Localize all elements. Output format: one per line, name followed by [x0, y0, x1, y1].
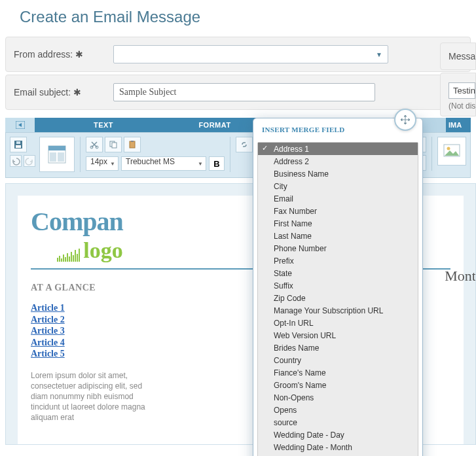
- merge-field-item[interactable]: Business Name: [258, 167, 418, 180]
- font-face-select[interactable]: Trebuchet MS▼: [121, 156, 206, 171]
- merge-field-item[interactable]: Opt-In URL: [258, 317, 418, 329]
- merge-field-item[interactable]: Groom's Name: [258, 379, 418, 391]
- merge-field-item[interactable]: Country: [258, 354, 418, 366]
- svg-rect-13: [131, 141, 134, 142]
- tab-text[interactable]: TEXT: [35, 118, 172, 132]
- merge-field-item[interactable]: Brides Name: [258, 342, 418, 354]
- merge-field-item[interactable]: Fax Number: [258, 205, 418, 217]
- paste-icon[interactable]: [124, 137, 141, 152]
- chevron-down-icon: ▼: [376, 51, 382, 58]
- svg-rect-6: [50, 152, 56, 162]
- from-address-row: From address: ✱ ▼: [5, 37, 471, 72]
- merge-field-item[interactable]: First Name: [258, 217, 418, 230]
- bold-button[interactable]: B: [209, 156, 225, 171]
- page-title: Create an Email Message: [0, 0, 476, 34]
- month-label: Month: [445, 268, 476, 285]
- merge-field-item[interactable]: Phone Number: [258, 242, 418, 254]
- svg-rect-3: [16, 141, 20, 144]
- layout-template-button[interactable]: [39, 137, 75, 172]
- merge-field-list[interactable]: Address 1Address 2Business NameCityEmail…: [258, 143, 418, 456]
- svg-rect-11: [112, 143, 117, 148]
- merge-field-item[interactable]: Prefix: [258, 254, 418, 267]
- merge-field-item[interactable]: Manage Your Subscription URL: [258, 304, 418, 317]
- merge-field-item[interactable]: Wedding Date - Day: [258, 429, 418, 441]
- message-note: (Not dis: [449, 101, 475, 111]
- email-subject-row: Email subject: ✱: [5, 75, 471, 110]
- merge-field-item[interactable]: Wedding Date - Month: [258, 441, 418, 453]
- merge-field-popup: INSERT MERGE FIELD Address 1Address 2Bus…: [253, 118, 423, 456]
- merge-field-item[interactable]: Web Version URL: [258, 329, 418, 342]
- cut-icon[interactable]: [86, 137, 103, 152]
- message-name-input[interactable]: Testing: [449, 82, 475, 99]
- company-logo: Compan logo: [31, 206, 123, 263]
- lorem-text: Lorem ipsum dolor sit amet, consectetuer…: [31, 370, 155, 423]
- tab-image[interactable]: IMA: [446, 118, 471, 132]
- merge-field-item[interactable]: State: [258, 267, 418, 279]
- email-subject-label: Email subject: ✱: [14, 87, 105, 97]
- merge-field-title: INSERT MERGE FIELD: [262, 126, 344, 133]
- svg-point-16: [447, 147, 450, 150]
- collapse-icon[interactable]: [5, 118, 35, 132]
- svg-rect-2: [16, 145, 21, 148]
- from-address-label: From address: ✱: [14, 49, 105, 60]
- merge-field-item[interactable]: Wedding Date - Year: [258, 453, 418, 456]
- merge-field-item[interactable]: Zip Code: [258, 292, 418, 304]
- link-icon[interactable]: [236, 137, 253, 152]
- message-testing-row: Testing (Not dis: [440, 73, 476, 116]
- merge-field-item[interactable]: Address 2: [258, 155, 418, 167]
- redo-icon[interactable]: [24, 155, 35, 167]
- tab-format[interactable]: FORMAT: [172, 118, 257, 132]
- message-name-row: Message: [440, 43, 476, 70]
- font-size-select[interactable]: 14px▼: [86, 156, 119, 171]
- message-name-label: Message: [449, 51, 476, 61]
- svg-rect-12: [130, 141, 135, 148]
- email-subject-input[interactable]: [113, 83, 375, 101]
- undo-icon[interactable]: [10, 155, 22, 167]
- merge-field-item[interactable]: Non-Opens: [258, 391, 418, 404]
- merge-field-item[interactable]: Opens: [258, 404, 418, 416]
- merge-field-item[interactable]: City: [258, 180, 418, 192]
- save-icon[interactable]: [10, 137, 27, 152]
- svg-rect-5: [48, 146, 65, 150]
- image-insert-button[interactable]: [437, 137, 466, 166]
- merge-field-item[interactable]: Suffix: [258, 279, 418, 292]
- merge-field-item[interactable]: Email: [258, 192, 418, 205]
- merge-field-item[interactable]: source: [258, 416, 418, 429]
- merge-field-item[interactable]: Address 1: [258, 143, 418, 155]
- merge-field-item[interactable]: Fiance's Name: [258, 366, 418, 379]
- merge-field-item[interactable]: Last Name: [258, 230, 418, 242]
- svg-rect-7: [58, 152, 64, 162]
- move-icon[interactable]: [394, 109, 416, 131]
- copy-icon[interactable]: [105, 137, 122, 152]
- from-address-select[interactable]: ▼: [113, 45, 388, 63]
